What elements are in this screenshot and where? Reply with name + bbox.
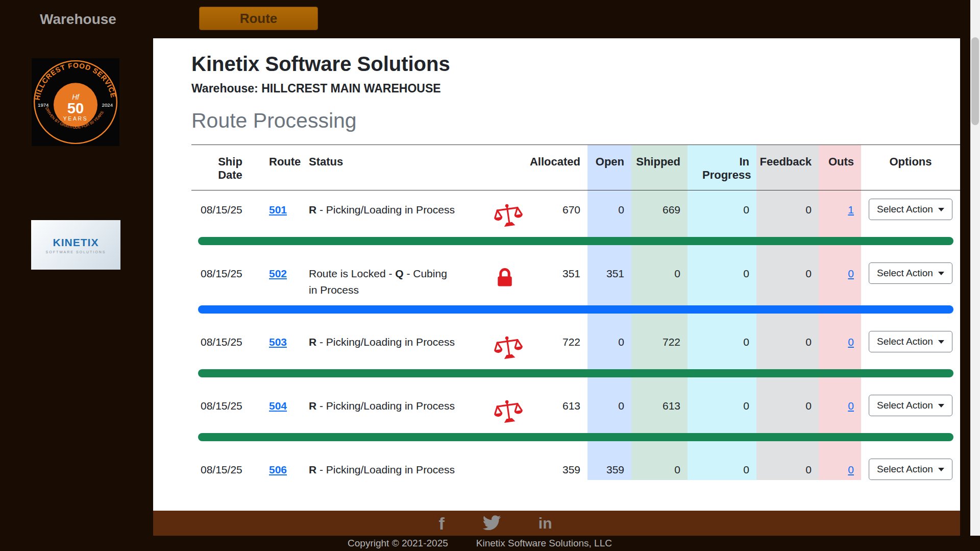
facebook-icon[interactable]: f [439, 515, 445, 532]
chevron-down-icon [938, 468, 944, 471]
select-action-dropdown[interactable]: Select Action [869, 199, 952, 220]
route-number-link[interactable]: 504 [269, 400, 287, 412]
col-header-route: Route [269, 145, 309, 190]
open-cell: 0 [587, 323, 631, 362]
main-content: Kinetix Software Solutions Warehouse: HI… [153, 38, 960, 511]
hillcrest-50: 50 [67, 100, 84, 116]
route-table: Ship Date Route Status Allocated Open Sh… [191, 145, 960, 480]
progress-bar [198, 369, 953, 377]
outs-cell: 0 [819, 254, 861, 298]
outs-link[interactable]: 0 [848, 336, 854, 348]
allocated-cell: 670 [528, 190, 587, 230]
in-progress-cell: 0 [688, 450, 756, 480]
col-header-open: Open [587, 145, 631, 190]
copyright-bar: Copyright © 2021-2025 Kinetix Software S… [0, 536, 980, 551]
route-number-link[interactable]: 502 [269, 268, 287, 279]
allocated-cell: 613 [528, 387, 587, 426]
outs-link[interactable]: 0 [848, 268, 854, 279]
status-cell: R - Picking/Loading in Process [309, 450, 528, 480]
route-cell: 501 [269, 190, 309, 230]
progress-bar-row [191, 230, 960, 254]
nav-warehouse[interactable]: Warehouse [40, 11, 116, 28]
open-cell: 0 [587, 387, 631, 426]
options-cell: Select Action [861, 450, 960, 480]
copyright-text: Copyright © 2021-2025 [348, 538, 448, 549]
col-header-in-progress: In Progress [688, 145, 756, 190]
in-progress-cell: 0 [688, 323, 756, 362]
feedback-cell: 0 [756, 323, 819, 362]
col-header-ship-date: Ship Date [191, 145, 269, 190]
progress-bar [198, 305, 953, 314]
outs-cell: 0 [819, 387, 861, 426]
hillcrest-logo: HILLCREST FOOD SERVICE 1974 2024 Hf 50 Y… [31, 58, 120, 146]
outs-link[interactable]: 1 [848, 204, 854, 215]
table-row: 08/15/25 504 R - Picking/Loading in Proc… [191, 387, 960, 426]
scrollbar-track[interactable] [970, 0, 980, 536]
outs-cell: 1 [819, 190, 861, 230]
open-cell: 359 [587, 450, 631, 480]
allocated-cell: 351 [528, 254, 587, 298]
table-row: 08/15/25 503 R - Picking/Loading in Proc… [191, 323, 960, 362]
col-header-status: Status [309, 145, 528, 190]
linkedin-icon[interactable]: in [538, 516, 552, 531]
route-number-link[interactable]: 501 [269, 204, 287, 215]
route-number-link[interactable]: 503 [269, 336, 287, 348]
shipped-cell: 0 [631, 450, 688, 480]
shipped-cell: 0 [631, 254, 688, 298]
col-header-options: Options [861, 145, 960, 190]
kinetix-sidebar-logo: KINETIX SOFTWARE SOLUTIONS [31, 220, 120, 270]
select-action-dropdown[interactable]: Select Action [869, 262, 952, 284]
table-row: 08/15/25 506 R - Picking/Loading in Proc… [191, 450, 960, 480]
status-text: R - Picking/Loading in Process [309, 398, 458, 414]
hillcrest-year-left: 1974 [38, 102, 49, 108]
outs-cell: 0 [819, 450, 861, 480]
col-header-feedback: Feedback [756, 145, 819, 190]
select-action-dropdown[interactable]: Select Action [869, 331, 952, 352]
route-cell: 503 [269, 323, 309, 362]
progress-bar [198, 433, 953, 441]
route-cell: 504 [269, 387, 309, 426]
select-action-dropdown[interactable]: Select Action [869, 395, 952, 416]
select-action-dropdown[interactable]: Select Action [869, 459, 952, 480]
outs-link[interactable]: 0 [848, 400, 854, 412]
status-cell: R - Picking/Loading in Process [309, 387, 528, 426]
status-text: R - Picking/Loading in Process [309, 462, 458, 478]
in-progress-cell: 0 [688, 254, 756, 298]
open-cell: 0 [587, 190, 631, 230]
feedback-cell: 0 [756, 450, 819, 480]
scrollbar-thumb[interactable] [971, 37, 979, 125]
scale-icon [492, 201, 525, 232]
shipped-cell: 669 [631, 190, 688, 230]
section-title-route-processing: Route Processing [191, 108, 960, 133]
status-cell: Route is Locked - Q - Cubing in Process [309, 254, 528, 298]
scale-icon [492, 333, 525, 364]
company-text: Kinetix Software Solutions, LLC [476, 538, 612, 549]
allocated-cell: 359 [528, 450, 587, 480]
outs-link[interactable]: 0 [848, 464, 854, 475]
shipped-cell: 613 [631, 387, 688, 426]
progress-bar-row [191, 426, 960, 450]
progress-bar-row [191, 362, 960, 387]
nav-route-button[interactable]: Route [199, 7, 318, 30]
route-cell: 506 [269, 450, 309, 480]
table-row: 08/15/25 502 Route is Locked - Q - Cubin… [191, 254, 960, 298]
chevron-down-icon [938, 404, 944, 408]
table-row: 08/15/25 501 R - Picking/Loading in Proc… [191, 190, 960, 230]
status-text: Route is Locked - Q - Cubing in Process [309, 266, 458, 298]
route-number-link[interactable]: 506 [269, 464, 287, 475]
hillcrest-years: YEARS [63, 116, 88, 122]
open-cell: 351 [587, 254, 631, 298]
outs-cell: 0 [819, 323, 861, 362]
chevron-down-icon [938, 272, 944, 275]
kinetix-logo-tagline: SOFTWARE SOLUTIONS [46, 250, 106, 254]
ship-date-cell: 08/15/25 [191, 323, 269, 362]
shipped-cell: 722 [631, 323, 688, 362]
status-cell: R - Picking/Loading in Process [309, 190, 528, 230]
options-cell: Select Action [861, 190, 960, 230]
in-progress-cell: 0 [688, 387, 756, 426]
twitter-icon[interactable] [481, 515, 502, 532]
progress-bar-row [191, 298, 960, 323]
feedback-cell: 0 [756, 387, 819, 426]
ship-date-cell: 08/15/25 [191, 387, 269, 426]
warehouse-subtitle: Warehouse: HILLCREST MAIN WAREHOUSE [191, 81, 960, 95]
